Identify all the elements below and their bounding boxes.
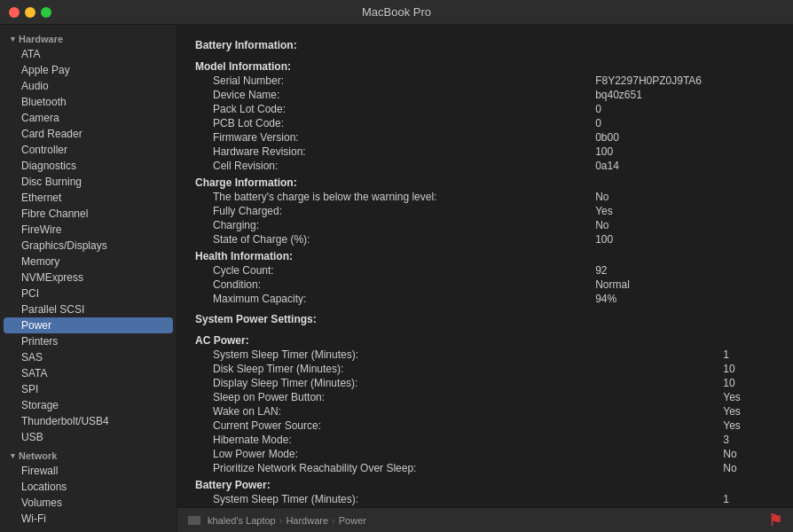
packlot-label: Pack Lot Code: [195,102,592,116]
table-row: Hardware Revision: 100 [195,145,775,159]
table-row: State of Charge (%): 100 [195,232,775,246]
power-settings-table: AC Power: System Sleep Timer (Minutes): … [195,331,775,507]
cellrev-value: 0a14 [592,159,775,173]
content-scroll: Battery Information: Model Information: … [177,25,793,507]
ac-hibernate-value: 3 [719,433,775,447]
sidebar-item-thunderbolt[interactable]: Thunderbolt/USB4 [0,413,177,429]
maxcapacity-label: Maximum Capacity: [195,292,592,306]
breadcrumb-laptop: khaled's Laptop [208,515,276,526]
sidebar-item-locations[interactable]: Locations [0,479,177,495]
ac-prioritize-value: No [719,461,775,475]
sidebar-item-parallelscsi[interactable]: Parallel SCSI [0,301,177,317]
table-row: Model Information: [195,57,775,74]
sidebar-item-storage[interactable]: Storage [0,397,177,413]
ac-wakeonlan-label: Wake on LAN: [195,404,719,419]
table-row: Cell Revision: 0a14 [195,159,775,173]
sidebar-item-usb[interactable]: USB [0,429,177,445]
health-info-label: Health Information: [195,246,775,263]
battery-model-table: Model Information: Serial Number: F8Y229… [195,57,775,306]
close-button[interactable] [9,7,20,18]
condition-value: Normal [592,278,775,292]
stateofcharge-value: 100 [592,232,775,246]
fullycharged-value: Yes [592,204,775,218]
ac-disksleep-label: Disk Sleep Timer (Minutes): [195,362,719,376]
sidebar-group-hardware[interactable]: ▾ Hardware [0,28,177,46]
sidebar-item-applepay[interactable]: Apple Pay [0,62,177,78]
laptop-icon [188,516,200,525]
table-row: Disk Sleep Timer (Minutes): 10 [195,362,775,376]
hwrev-label: Hardware Revision: [195,145,592,159]
sidebar-item-nvmexpress[interactable]: NVMExpress [0,270,177,286]
sidebar-item-wifi[interactable]: Wi-Fi [0,511,177,527]
table-row: Charge Information: [195,173,775,190]
serial-label: Serial Number: [195,74,592,88]
cyclecount-value: 92 [592,263,775,278]
sidebar-item-firewire[interactable]: FireWire [0,222,177,238]
sidebar-item-cardreader[interactable]: Card Reader [0,126,177,142]
sidebar-item-sata[interactable]: SATA [0,365,177,381]
ac-sleeppower-label: Sleep on Power Button: [195,390,719,404]
charging-value: No [592,218,775,232]
ac-displaysleep-label: Display Sleep Timer (Minutes): [195,376,719,390]
ac-sleeppower-value: Yes [719,390,775,404]
batterypower-label: Battery Power: [195,475,775,492]
fullycharged-label: Fully Charged: [195,204,592,218]
hwrev-value: 100 [592,145,775,159]
charge-info-label: Charge Information: [195,173,775,190]
content-area: Battery Information: Model Information: … [177,25,793,532]
table-row: Charging: No [195,218,775,232]
sidebar-item-ata[interactable]: ATA [0,46,177,62]
sidebar-item-power[interactable]: Power [4,317,173,333]
bat-systemsleep-value: 1 [719,492,775,506]
power-section-title: System Power Settings: [195,313,775,325]
chevron-down-icon: ▾ [11,451,15,460]
sidebar-item-volumes[interactable]: Volumes [0,495,177,511]
warning-label: The battery's charge is below the warnin… [195,190,592,204]
table-row: Maximum Capacity: 94% [195,292,775,306]
sidebar-item-audio[interactable]: Audio [0,78,177,94]
table-row: Prioritize Network Reachability Over Sle… [195,461,775,475]
table-row: Condition: Normal [195,278,775,292]
sidebar-item-printers[interactable]: Printers [0,333,177,349]
table-row: PCB Lot Code: 0 [195,116,775,130]
sidebar-group-network[interactable]: ▾ Network [0,445,177,463]
condition-label: Condition: [195,278,592,292]
sidebar-item-ethernet[interactable]: Ethernet [0,190,177,206]
table-row: System Sleep Timer (Minutes): 1 [195,492,775,506]
sidebar-group-software[interactable]: ▾ Software [0,527,177,532]
sidebar-item-discburning[interactable]: Disc Burning [0,174,177,190]
maximize-button[interactable] [41,7,51,18]
packlot-value: 0 [592,102,775,116]
sidebar-item-graphicsdisplays[interactable]: Graphics/Displays [0,238,177,254]
sidebar-item-spi[interactable]: SPI [0,381,177,397]
sidebar-item-pci[interactable]: PCI [0,286,177,301]
ac-disksleep-value: 10 [719,362,775,376]
warning-value: No [592,190,775,204]
charging-label: Charging: [195,218,592,232]
sidebar-item-sas[interactable]: SAS [0,349,177,365]
title-bar: MacBook Pro [0,0,793,25]
sidebar-item-firewall[interactable]: Firewall [0,463,177,479]
sidebar-item-controller[interactable]: Controller [0,142,177,158]
table-row: The battery's charge is below the warnin… [195,190,775,204]
sidebar-item-fibrechannel[interactable]: Fibre Channel [0,206,177,222]
table-row: Fully Charged: Yes [195,204,775,218]
ac-hibernate-label: Hibernate Mode: [195,433,719,447]
device-label: Device Name: [195,88,592,102]
sidebar-item-bluetooth[interactable]: Bluetooth [0,94,177,110]
bat-systemsleep-label: System Sleep Timer (Minutes): [195,492,719,506]
acpower-label: AC Power: [195,331,775,348]
ac-wakeonlan-value: Yes [719,404,775,419]
table-row: Display Sleep Timer (Minutes): 10 [195,376,775,390]
main-layout: ▾ Hardware ATA Apple Pay Audio Bluetooth… [0,25,793,532]
sidebar: ▾ Hardware ATA Apple Pay Audio Bluetooth… [0,25,177,532]
sidebar-item-camera[interactable]: Camera [0,110,177,126]
minimize-button[interactable] [25,7,35,18]
breadcrumb-sep-2: › [332,515,335,526]
sidebar-item-diagnostics[interactable]: Diagnostics [0,158,177,174]
ac-systemsleep-value: 1 [719,348,775,362]
sidebar-item-memory[interactable]: Memory [0,254,177,270]
table-row: Pack Lot Code: 0 [195,102,775,116]
firmware-value: 0b00 [592,130,775,145]
battery-section-title: Battery Information: [195,39,775,51]
